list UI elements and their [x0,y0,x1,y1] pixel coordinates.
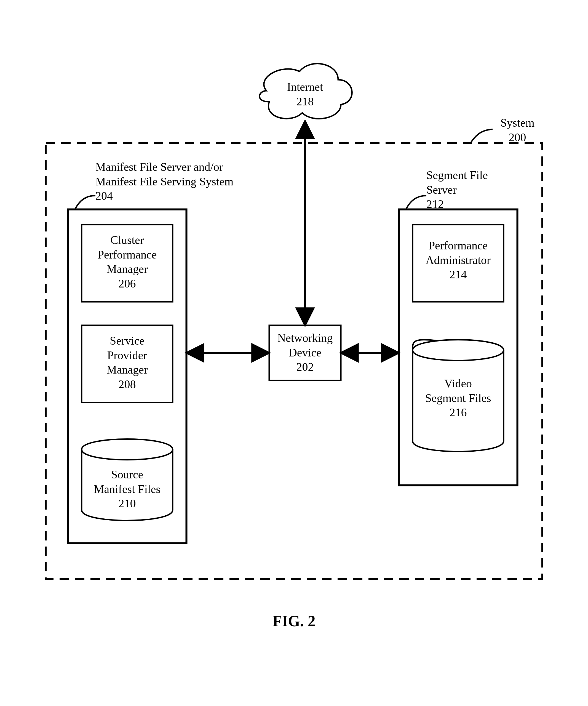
manifest-label-leader [75,196,95,209]
manifest-server-label: Manifest File Server and/or Manifest Fil… [95,160,239,203]
system-label: System 200 [493,116,542,145]
segment-label-leader [406,196,426,209]
perf-admin-label: Performance Administrator 214 [413,238,504,282]
figure-caption: FIG. 2 [40,612,548,630]
cluster-perf-mgr-label: Cluster Performance Manager 206 [82,233,173,291]
page: System 200 Internet 218 Networking Devic… [0,0,588,706]
internet-label: Internet 218 [275,80,335,109]
source-manifest-files-label: Source Manifest Files 210 [82,467,173,511]
service-provider-mgr-label: Service Provider Manager 208 [82,334,173,391]
diagram-stage: System 200 Internet 218 Networking Devic… [40,61,548,647]
system-label-leader [470,129,493,143]
networking-device-label: Networking Device 202 [269,331,341,375]
video-segment-files-label: Video Segment Files 216 [413,376,504,420]
segment-server-label: Segment File Server 212 [426,168,515,211]
